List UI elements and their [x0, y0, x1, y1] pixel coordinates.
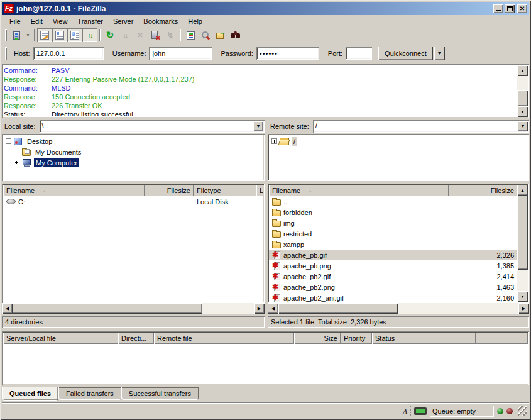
- menu-file[interactable]: File: [4, 16, 26, 26]
- disconnect-button[interactable]: [148, 28, 163, 42]
- toggle-local-tree-button[interactable]: [52, 28, 67, 42]
- host-label: Host:: [14, 50, 30, 57]
- folder-row[interactable]: restricted: [269, 228, 517, 239]
- file-row[interactable]: apache_pb2_ani.gif2,160: [269, 292, 517, 302]
- column-header-filename[interactable]: Filename: [269, 185, 449, 196]
- scroll-left-button[interactable]: [2, 303, 13, 314]
- ascii-datatype-icon[interactable]: A: [401, 406, 411, 416]
- toggle-remote-tree-button[interactable]: [67, 28, 82, 42]
- menu-bookmarks[interactable]: Bookmarks: [138, 16, 183, 26]
- folder-icon: [272, 199, 281, 206]
- menu-edit[interactable]: Edit: [26, 16, 48, 26]
- tree-item-my-computer[interactable]: My Computer: [2, 157, 265, 168]
- column-header-status[interactable]: Status: [372, 333, 476, 344]
- directory-comparison-button[interactable]: [198, 28, 213, 42]
- column-header-size[interactable]: Size: [294, 333, 341, 344]
- refresh-button[interactable]: [102, 28, 118, 42]
- scroll-thumb[interactable]: [13, 303, 202, 314]
- scroll-down-button[interactable]: [517, 291, 528, 302]
- scroll-thumb[interactable]: [278, 303, 398, 314]
- local-site-combobox[interactable]: \: [40, 120, 265, 133]
- maximize-button[interactable]: [505, 4, 515, 13]
- toolbar-grip[interactable]: [5, 29, 7, 41]
- column-header-filename[interactable]: Filename: [3, 185, 145, 196]
- scroll-right-button[interactable]: [518, 303, 529, 314]
- column-header-remote-file[interactable]: Remote file: [154, 333, 294, 344]
- file-row[interactable]: apache_pb.png1,385: [269, 260, 517, 271]
- toolbar: [2, 27, 529, 43]
- column-header-last-modified[interactable]: L: [256, 185, 263, 196]
- quickconnect-dropdown-button[interactable]: [434, 47, 445, 60]
- collapse-icon[interactable]: [6, 138, 11, 144]
- file-type: Local Disk: [194, 198, 256, 206]
- speed-limits-icon[interactable]: [414, 407, 427, 415]
- menu-view[interactable]: View: [48, 16, 73, 26]
- title-bar[interactable]: Fz john@127.0.0.1 - FileZilla: [2, 2, 529, 15]
- tree-item-desktop[interactable]: Desktop: [2, 136, 265, 146]
- remote-vertical-scrollbar[interactable]: [517, 185, 528, 302]
- column-header-filesize[interactable]: Filesize: [449, 185, 517, 196]
- menu-help[interactable]: Help: [183, 16, 207, 26]
- reconnect-button[interactable]: [163, 28, 178, 42]
- site-manager-dropdown-button[interactable]: [24, 28, 32, 42]
- scroll-up-button[interactable]: [517, 65, 528, 76]
- folder-icon: [272, 242, 281, 248]
- message-log-icon: [40, 31, 49, 40]
- filter-button[interactable]: [183, 28, 198, 42]
- file-name: ..: [283, 198, 287, 206]
- folder-row[interactable]: forbidden: [269, 207, 517, 218]
- tab-failed-transfers[interactable]: Failed transfers: [58, 387, 121, 400]
- column-header-filetype[interactable]: Filetype: [194, 185, 256, 196]
- file-name: apache_pb2.png: [283, 284, 335, 291]
- column-header-direction[interactable]: Directi...: [118, 333, 154, 344]
- quickbar-grip[interactable]: [5, 47, 7, 60]
- column-header-server-local-file[interactable]: Server/Local file: [3, 333, 118, 344]
- process-queue-button[interactable]: [118, 28, 133, 42]
- scroll-up-button[interactable]: [517, 185, 528, 196]
- menu-server[interactable]: Server: [108, 16, 138, 26]
- log-scrollbar[interactable]: [517, 65, 528, 117]
- minimize-button[interactable]: [493, 4, 503, 13]
- folder-row[interactable]: ..: [269, 196, 517, 207]
- column-header-filesize[interactable]: Filesize: [145, 185, 194, 196]
- remote-site-combobox[interactable]: /: [313, 120, 529, 133]
- toggle-message-log-button[interactable]: [37, 28, 52, 42]
- tree-item-my-documents[interactable]: My Documents: [2, 146, 265, 157]
- toggle-queue-button[interactable]: [82, 28, 97, 42]
- local-horizontal-scrollbar[interactable]: [2, 303, 265, 314]
- tab-queued-files[interactable]: Queued files: [2, 387, 58, 401]
- host-input[interactable]: [33, 47, 104, 60]
- folder-row[interactable]: xampp: [269, 239, 517, 250]
- file-row[interactable]: apache_pb2.gif2,414: [269, 271, 517, 282]
- scroll-right-button[interactable]: [254, 303, 265, 314]
- port-input[interactable]: [346, 47, 372, 60]
- tree-item-root[interactable]: /: [268, 136, 529, 146]
- username-input[interactable]: [149, 47, 212, 60]
- chevron-down-icon[interactable]: [518, 121, 528, 131]
- synchronized-browsing-button[interactable]: [213, 28, 228, 42]
- column-header-priority[interactable]: Priority: [341, 333, 372, 344]
- scroll-down-button[interactable]: [517, 106, 528, 117]
- expand-icon[interactable]: [271, 138, 277, 144]
- cancel-operation-button[interactable]: [133, 28, 148, 42]
- scroll-thumb[interactable]: [517, 196, 528, 270]
- password-input[interactable]: [256, 47, 319, 60]
- scroll-left-button[interactable]: [268, 303, 278, 314]
- quickconnect-button[interactable]: Quickconnect: [378, 47, 433, 60]
- remote-horizontal-scrollbar[interactable]: [268, 303, 529, 314]
- site-manager-button[interactable]: [9, 28, 24, 42]
- menu-transfer[interactable]: Transfer: [72, 16, 108, 26]
- file-row-selected[interactable]: apache_pb.gif2,326: [269, 250, 517, 260]
- file-row[interactable]: apache_pb2.png1,463: [269, 282, 517, 292]
- close-button[interactable]: [517, 4, 527, 13]
- resize-grip[interactable]: [518, 406, 527, 416]
- chevron-down-icon[interactable]: [253, 121, 263, 131]
- tree-item-label: Desktop: [25, 137, 54, 146]
- find-files-button[interactable]: [228, 28, 243, 42]
- file-row-c-drive[interactable]: C: Local Disk: [3, 196, 263, 207]
- folder-row[interactable]: img: [269, 218, 517, 228]
- filter-icon: [187, 31, 195, 40]
- scroll-thumb[interactable]: [517, 90, 528, 106]
- expand-icon[interactable]: [14, 160, 19, 165]
- tab-successful-transfers[interactable]: Successful transfers: [121, 387, 199, 400]
